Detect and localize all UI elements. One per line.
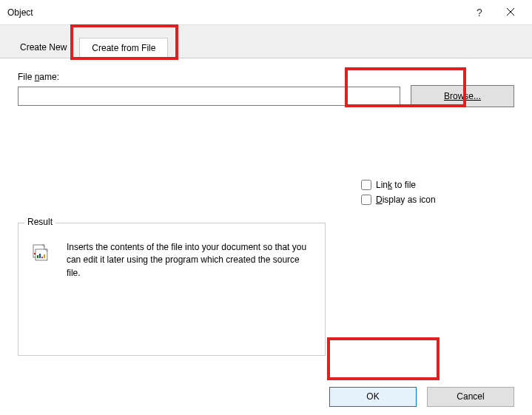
browse-button-label: Browse... [444, 91, 481, 101]
close-icon [507, 7, 514, 18]
help-icon: ? [477, 7, 482, 18]
dialog-body: File name: Browse... Link to file Displa… [0, 58, 532, 364]
options-group: Link to file Display as icon [361, 180, 436, 209]
result-group: Result Inserts the contents of the file … [18, 223, 326, 356]
tab-label: Create New [20, 42, 67, 53]
tab-label: Create from File [92, 43, 155, 53]
result-legend: Result [24, 217, 55, 227]
title-bar: Object ? [0, 0, 532, 25]
svg-rect-9 [41, 257, 43, 258]
file-name-input[interactable] [18, 87, 400, 106]
ok-button-label: OK [366, 391, 379, 402]
link-to-file-label: Link to file [376, 180, 416, 190]
display-as-icon-option[interactable]: Display as icon [361, 195, 436, 205]
button-row: OK Cancel [0, 364, 532, 414]
browse-button[interactable]: Browse... [411, 85, 514, 107]
close-button[interactable] [495, 1, 526, 24]
ok-button[interactable]: OK [329, 387, 417, 407]
file-name-label: File name: [18, 72, 514, 82]
tab-row: Create New Create from File [0, 25, 532, 58]
dialog-title: Object [7, 7, 464, 18]
tab-create-from-file[interactable]: Create from File [79, 38, 168, 58]
svg-rect-7 [37, 255, 38, 258]
svg-rect-5 [36, 249, 47, 260]
display-as-icon-checkbox[interactable] [361, 195, 371, 205]
display-as-icon-label: Display as icon [376, 195, 436, 205]
result-icon [32, 244, 50, 280]
link-to-file-checkbox[interactable] [361, 180, 371, 190]
svg-rect-8 [39, 254, 41, 258]
cancel-button[interactable]: Cancel [427, 387, 514, 407]
help-button[interactable]: ? [464, 1, 495, 24]
file-row: Browse... [18, 85, 514, 107]
cancel-button-label: Cancel [457, 391, 484, 402]
svg-rect-10 [44, 254, 45, 258]
tab-create-new[interactable]: Create New [7, 37, 79, 58]
link-to-file-option[interactable]: Link to file [361, 180, 436, 190]
result-text: Inserts the contents of the file into yo… [67, 240, 312, 280]
